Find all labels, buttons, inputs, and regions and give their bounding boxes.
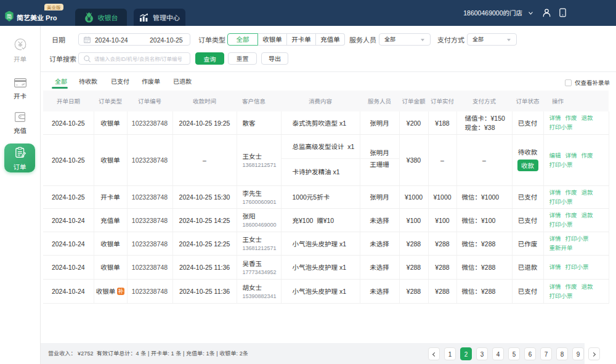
svg-text:简: 简 (7, 12, 12, 20)
